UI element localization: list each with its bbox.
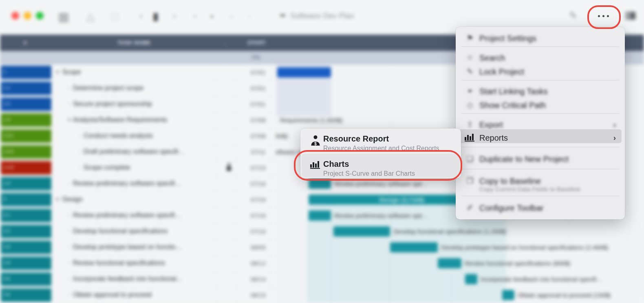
menu-item-start-linking-tasks[interactable]: ⚭Start Linking Tasks <box>456 85 625 98</box>
submenu-item-title: Resource Report <box>323 134 389 144</box>
table-row[interactable]: 1.3.3◦Scope complete07/15 <box>0 160 274 176</box>
task-start-date[interactable]: 07/16 <box>220 196 266 203</box>
task-name[interactable]: Obtain approval to proceed <box>73 291 152 299</box>
sort-icon[interactable]: ↕ <box>224 40 227 46</box>
task-start-date[interactable]: 07/11 <box>220 148 266 155</box>
menu-separator <box>461 46 619 47</box>
table-row[interactable]: 1.3.1◦Conduct needs analysis07/08 <box>0 128 274 144</box>
table-row[interactable]: 2.1◦Review preliminary software specifi…… <box>0 208 274 224</box>
milestone-icon[interactable]: △ <box>82 9 99 24</box>
task-start-date[interactable]: 07/16 <box>220 180 266 187</box>
disclosure-triangle-icon[interactable]: ▾ <box>68 117 71 123</box>
menu-separator <box>461 196 619 196</box>
gantt-task-bar[interactable] <box>390 242 438 252</box>
inspector-icon[interactable]: ◦ <box>241 9 258 24</box>
gantt-task-bar[interactable] <box>277 67 331 77</box>
task-name[interactable]: Review preliminary software specifi… <box>73 212 181 219</box>
task-bullet-icon: ◦ <box>79 164 81 170</box>
menu-item-label: Duplicate to New Project <box>479 155 569 164</box>
disclosure-triangle-icon[interactable]: ▾ <box>56 196 59 202</box>
task-start-date[interactable]: 07/16 <box>220 212 266 219</box>
task-name[interactable]: Review functional specifications <box>73 259 165 267</box>
menu-item-project-settings[interactable]: ⚑Project Settings <box>456 32 625 45</box>
table-row[interactable]: 2.4◦Review functional specifications08/1… <box>0 255 274 272</box>
menu-item-duplicate-to-new-project[interactable]: ❏Duplicate to New Project <box>456 153 625 166</box>
task-start-date[interactable]: 08/12 <box>220 260 266 267</box>
gantt-task-bar[interactable] <box>502 290 514 300</box>
gantt-bar-label: Develop functional specifications (1,200… <box>393 228 507 235</box>
note-icon[interactable]: – <box>223 9 240 24</box>
task-start-date[interactable]: 07/01 <box>220 69 266 76</box>
column-divider <box>236 64 236 303</box>
task-start-date[interactable]: 07/01 <box>220 85 266 92</box>
link-icon[interactable]: ▪ <box>204 9 220 24</box>
task-name[interactable]: Review preliminary software specifi… <box>73 180 181 187</box>
outdent-icon[interactable]: ‹ <box>133 9 149 24</box>
baseline-icon: ❐ <box>465 176 475 186</box>
task-name[interactable]: Design <box>62 196 83 203</box>
sidebar-panel-icon[interactable] <box>625 11 636 20</box>
table-row[interactable]: 1.4◦Review preliminary software specifi…… <box>0 176 274 192</box>
gantt-task-bar[interactable] <box>465 274 477 284</box>
task-name[interactable]: Conduct needs analysis <box>84 132 153 139</box>
menu-item-configure-toolbar[interactable]: ✐Configure Toolbar <box>456 201 625 215</box>
add-task-icon[interactable]: ▮ <box>148 9 164 24</box>
task-name[interactable]: Determine project scope <box>73 84 143 92</box>
column-header-task-name[interactable]: TASK NAME <box>117 40 151 46</box>
menu-separator <box>461 169 619 169</box>
table-row[interactable]: 2▾Design07/16 <box>0 192 274 208</box>
table-row[interactable]: 1.1◦Determine project scope07/01 <box>0 80 274 97</box>
menu-item-label: Show Critical Path <box>479 101 546 110</box>
menu-item-show-critical-path[interactable]: ◇Show Critical Path <box>456 99 625 112</box>
task-name[interactable]: Scope complete <box>84 164 130 171</box>
column-header-start[interactable]: START <box>247 40 266 46</box>
table-row[interactable]: 1.3.2◦Draft preliminary software specifi… <box>0 144 274 160</box>
minimize-button[interactable] <box>24 12 31 20</box>
duplicate-icon: ❏ <box>465 154 475 164</box>
table-row[interactable]: 1.2◦Secure project sponsorship07/01 <box>0 96 274 113</box>
task-start-date[interactable]: 08/14 <box>220 276 266 283</box>
task-start-date[interactable]: 08/15 <box>220 292 266 299</box>
task-start-date[interactable]: 07/01 <box>220 101 266 108</box>
subtask-icon[interactable]: • <box>187 9 203 24</box>
task-name[interactable]: Draft preliminary software specifi… <box>84 148 185 155</box>
gantt-label-fragment: Requirements (1,920$) <box>280 117 342 124</box>
task-name[interactable]: Develop prototype based on functio… <box>73 243 182 251</box>
menu-item-reports[interactable]: Reports› <box>456 131 625 144</box>
close-button[interactable] <box>11 12 19 20</box>
table-row[interactable]: 2.2◦Develop functional specifications07/… <box>0 223 274 240</box>
task-name[interactable]: Secure project sponsorship <box>73 100 152 108</box>
disclosure-triangle-icon[interactable]: ▾ <box>56 69 59 75</box>
edit-pencil-icon[interactable]: ✎ <box>569 10 577 21</box>
table-row[interactable]: 2.3◦Develop prototype based on functio…0… <box>0 239 274 256</box>
calendar-view-icon[interactable]: □ <box>107 9 123 24</box>
task-name[interactable]: Analysis/Software Requirements <box>73 116 167 124</box>
menu-item-search[interactable]: ⌾Search <box>456 51 625 64</box>
indent-icon[interactable]: › <box>166 9 183 24</box>
gantt-task-bar[interactable] <box>438 258 461 268</box>
task-name[interactable]: Develop functional specifications <box>73 228 168 235</box>
task-start-date[interactable]: 07/08 <box>220 117 266 124</box>
gantt-task-bar[interactable] <box>333 226 390 237</box>
task-name[interactable]: Incorporate feedback into functional… <box>73 275 183 283</box>
task-start-date[interactable]: 07/08 <box>220 133 266 139</box>
task-name[interactable]: Scope <box>62 69 81 76</box>
menu-separator <box>461 80 619 80</box>
table-row[interactable]: 2.5◦Incorporate feedback into functional… <box>0 271 274 288</box>
design-phase-shading <box>307 205 506 303</box>
wbs-badge: 1 <box>1 66 51 79</box>
pen-cursor-icon: ✒ <box>280 11 287 20</box>
column-header-number[interactable]: # <box>24 40 27 46</box>
task-start-date[interactable]: 08/05 <box>220 244 266 251</box>
table-row[interactable]: 2.6◦Obtain approval to proceed08/15 <box>0 287 274 303</box>
table-row[interactable]: 1▾Scope07/01 <box>0 64 274 81</box>
menu-item-lock-project[interactable]: ✎Lock Project <box>456 65 625 78</box>
menu-item-copy-to-baseline[interactable]: ❐Copy to BaselineCopy Current Data Field… <box>456 175 625 188</box>
reports-bar-chart-icon <box>465 134 474 142</box>
gantt-task-bar[interactable] <box>309 210 331 221</box>
table-row[interactable]: 1.3▾Analysis/Software Requirements07/08 <box>0 112 274 128</box>
zoom-button[interactable] <box>36 12 44 20</box>
task-start-date[interactable]: 07/15 <box>220 164 266 171</box>
view-options-icon[interactable]: ▦ <box>55 9 72 24</box>
task-start-date[interactable]: 07/19 <box>220 228 266 235</box>
